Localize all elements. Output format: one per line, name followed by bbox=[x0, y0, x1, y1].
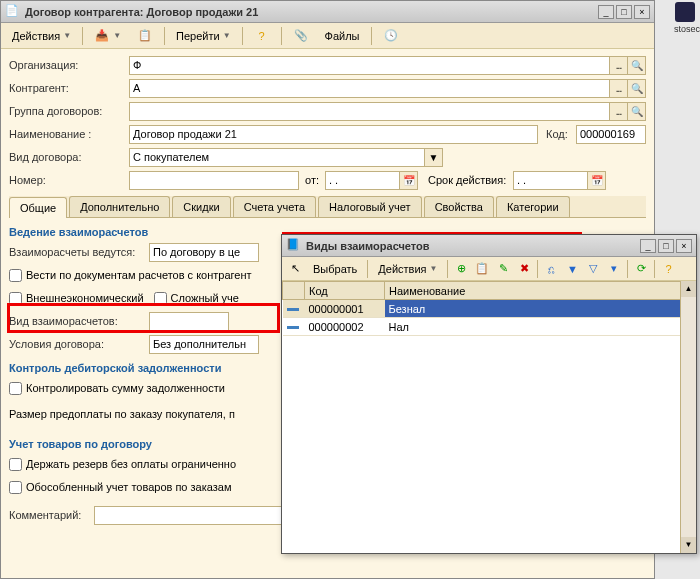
save-icon[interactable]: 📥▼ bbox=[87, 26, 128, 46]
popup-actions-menu[interactable]: Действия▼ bbox=[371, 259, 444, 279]
calc-label: Взаиморасчеты ведутся: bbox=[9, 246, 149, 258]
filter2-icon[interactable]: ▼ bbox=[562, 259, 582, 279]
popup-maximize-button[interactable]: □ bbox=[658, 239, 674, 253]
select-icon[interactable]: ↖ bbox=[285, 259, 305, 279]
ctrl-check[interactable]: Контролировать сумму задолженности bbox=[9, 382, 225, 395]
contr-label: Контрагент: bbox=[9, 82, 129, 94]
scroll-up-icon[interactable]: ▲ bbox=[681, 281, 696, 297]
group-lookup-button[interactable]: ... bbox=[610, 102, 628, 121]
sep-check[interactable]: Обособленный учет товаров по заказам bbox=[9, 481, 231, 494]
col-name[interactable]: Наименование bbox=[385, 282, 696, 300]
actions-menu[interactable]: Действия▼ bbox=[5, 26, 78, 46]
popup-titlebar[interactable]: 📘 Виды взаиморасчетов _ □ × bbox=[282, 235, 696, 257]
contr-field[interactable]: А bbox=[129, 79, 610, 98]
scroll-down-icon[interactable]: ▼ bbox=[681, 537, 696, 553]
tab-general[interactable]: Общие bbox=[9, 197, 67, 218]
calctype-field[interactable] bbox=[149, 312, 229, 331]
brand-label: stosec bbox=[674, 24, 700, 34]
kind-label: Вид договора: bbox=[9, 151, 129, 163]
delete-icon[interactable]: ✖ bbox=[514, 259, 534, 279]
window-title: Договор контрагента: Договор продажи 21 bbox=[25, 6, 598, 18]
select-button[interactable]: Выбрать bbox=[306, 259, 364, 279]
group-search-button[interactable]: 🔍 bbox=[628, 102, 646, 121]
cond-field[interactable]: Без дополнительн bbox=[149, 335, 259, 354]
minimize-button[interactable]: _ bbox=[598, 5, 614, 19]
from-label: от: bbox=[305, 174, 325, 186]
org-label: Организация: bbox=[9, 59, 129, 71]
popup-minimize-button[interactable]: _ bbox=[640, 239, 656, 253]
org-search-button[interactable]: 🔍 bbox=[628, 56, 646, 75]
tab-additional[interactable]: Дополнительно bbox=[69, 196, 170, 217]
contr-search-button[interactable]: 🔍 bbox=[628, 79, 646, 98]
list-icon: 📘 bbox=[286, 238, 302, 254]
attach-icon[interactable]: 📎 bbox=[286, 26, 316, 46]
group-field[interactable] bbox=[129, 102, 610, 121]
org-field[interactable]: Ф bbox=[129, 56, 610, 75]
valid-label: Срок действия: bbox=[428, 174, 513, 186]
table-row[interactable]: 000000001 Безнал bbox=[283, 300, 696, 318]
valid-calendar-button[interactable]: 📅 bbox=[588, 171, 606, 190]
foreign-check[interactable]: Внешнеэкономический bbox=[9, 292, 144, 305]
tab-properties[interactable]: Свойства bbox=[424, 196, 494, 217]
filter4-icon[interactable]: ▾ bbox=[604, 259, 624, 279]
refresh-icon[interactable]: ⟳ bbox=[631, 259, 651, 279]
row-icon bbox=[287, 326, 299, 329]
prepay-label: Размер предоплаты по заказу покупателя, … bbox=[9, 408, 235, 420]
org-lookup-button[interactable]: ... bbox=[610, 56, 628, 75]
popup-scrollbar[interactable]: ▲ ▼ bbox=[680, 281, 696, 553]
clock-icon[interactable]: 🕓 bbox=[376, 26, 406, 46]
cell-name: Безнал bbox=[385, 300, 696, 318]
cell-code: 000000002 bbox=[305, 318, 385, 336]
group-label: Группа договоров: bbox=[9, 105, 129, 117]
doc-icon: 📄 bbox=[5, 4, 21, 20]
goto-menu[interactable]: Перейти▼ bbox=[169, 26, 238, 46]
from-calendar-button[interactable]: 📅 bbox=[400, 171, 418, 190]
complex-check[interactable]: Сложный уче bbox=[154, 292, 239, 305]
code-field[interactable]: 000000169 bbox=[576, 125, 646, 144]
num-field[interactable] bbox=[129, 171, 299, 190]
popup-help-icon[interactable]: ? bbox=[658, 259, 678, 279]
tab-accounts[interactable]: Счета учета bbox=[233, 196, 316, 217]
valid-field[interactable]: . . bbox=[513, 171, 588, 190]
contr-lookup-button[interactable]: ... bbox=[610, 79, 628, 98]
maximize-button[interactable]: □ bbox=[616, 5, 632, 19]
brand-logo bbox=[675, 2, 695, 22]
copy-row-icon[interactable]: 📋 bbox=[472, 259, 492, 279]
from-field[interactable]: . . bbox=[325, 171, 400, 190]
popup-title: Виды взаиморасчетов bbox=[306, 240, 640, 252]
close-button[interactable]: × bbox=[634, 5, 650, 19]
edit-icon[interactable]: ✎ bbox=[493, 259, 513, 279]
popup-toolbar: ↖ Выбрать Действия▼ ⊕ 📋 ✎ ✖ ⎌ ▼ ▽ ▾ ⟳ ? bbox=[282, 257, 696, 281]
tab-categories[interactable]: Категории bbox=[496, 196, 570, 217]
popup-grid: Код Наименование 000000001 Безнал 000000… bbox=[282, 281, 696, 336]
reserve-check[interactable]: Держать резерв без оплаты ограниченно bbox=[9, 458, 236, 471]
tab-tax[interactable]: Налоговый учет bbox=[318, 196, 422, 217]
filter1-icon[interactable]: ⎌ bbox=[541, 259, 561, 279]
help-icon[interactable]: ? bbox=[247, 26, 277, 46]
calc-field[interactable]: По договору в це bbox=[149, 243, 259, 262]
row-icon bbox=[287, 308, 299, 311]
code-label: Код: bbox=[546, 128, 576, 140]
cell-code: 000000001 bbox=[305, 300, 385, 318]
files-menu[interactable]: Файлы bbox=[318, 26, 367, 46]
popup-window: 📘 Виды взаиморасчетов _ □ × ↖ Выбрать Де… bbox=[281, 234, 697, 554]
copy-icon[interactable]: 📋 bbox=[130, 26, 160, 46]
name-label: Наименование : bbox=[9, 128, 129, 140]
popup-close-button[interactable]: × bbox=[676, 239, 692, 253]
name-field[interactable]: Договор продажи 21 bbox=[129, 125, 538, 144]
tab-discounts[interactable]: Скидки bbox=[172, 196, 230, 217]
comment-label: Комментарий: bbox=[9, 509, 94, 521]
main-titlebar[interactable]: 📄 Договор контрагента: Договор продажи 2… bbox=[1, 1, 654, 23]
kind-field[interactable]: С покупателем bbox=[129, 148, 425, 167]
num-label: Номер: bbox=[9, 174, 129, 186]
main-toolbar: Действия▼ 📥▼ 📋 Перейти▼ ? 📎 Файлы 🕓 bbox=[1, 23, 654, 49]
add-icon[interactable]: ⊕ bbox=[451, 259, 471, 279]
kind-dropdown-button[interactable]: ▼ bbox=[425, 148, 443, 167]
cell-name: Нал bbox=[385, 318, 696, 336]
col-code[interactable]: Код bbox=[305, 282, 385, 300]
col-marker[interactable] bbox=[283, 282, 305, 300]
filter3-icon[interactable]: ▽ bbox=[583, 259, 603, 279]
docs-check[interactable]: Вести по документам расчетов с контраген… bbox=[9, 269, 252, 282]
calctype-label: Вид взаиморасчетов: bbox=[9, 315, 149, 327]
table-row[interactable]: 000000002 Нал bbox=[283, 318, 696, 336]
